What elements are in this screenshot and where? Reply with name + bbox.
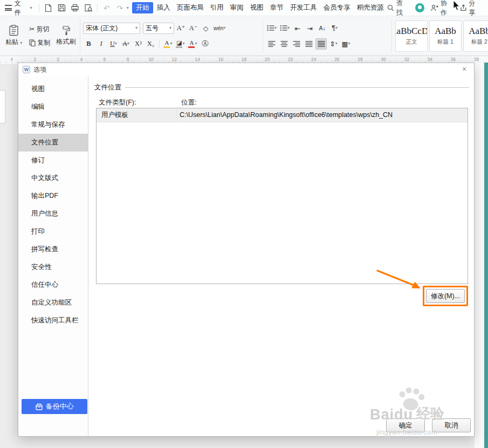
clear-format-button[interactable]: ◇ <box>200 23 211 34</box>
text-highlight-button[interactable]: A ▾ <box>162 38 174 50</box>
save-button[interactable] <box>55 2 68 15</box>
ribbon-tab[interactable]: 开始 <box>132 2 153 13</box>
format-painter-button[interactable]: 格式刷 <box>53 25 78 47</box>
align-center-button[interactable] <box>278 38 290 50</box>
new-doc-icon <box>44 4 52 12</box>
line-spacing-icon: ⇕ <box>329 40 335 48</box>
redo-button[interactable]: ↷ <box>113 2 127 15</box>
collaborate-button[interactable]: 协作 <box>431 0 453 17</box>
sidebar-item[interactable]: 常规与保存 <box>18 116 88 134</box>
sidebar-item[interactable]: 编辑 <box>18 98 88 116</box>
sidebar-item[interactable]: 输出PDF <box>18 187 88 205</box>
close-icon[interactable]: × <box>459 65 469 74</box>
shrink-font-button[interactable]: A⁻ <box>188 23 199 34</box>
bullet-list-button[interactable]: ▾ <box>266 23 278 34</box>
enclose-character-button[interactable]: Ⓐ <box>200 38 211 50</box>
ribbon-tab[interactable]: 页面布局 <box>174 2 207 13</box>
borders-button[interactable]: ▦▾ <box>340 38 352 50</box>
paragraph-mark-icon: ¶ <box>332 24 335 32</box>
font-name-select[interactable]: 宋体 (正文) ▾ <box>83 23 140 34</box>
ruler-number: 28 <box>348 57 372 62</box>
new-doc-button[interactable] <box>42 2 55 15</box>
menu-bar: 文件 ▾ ↶ ↷ ▾ 开始插入页面布局引用审阅视图章节开发工具会员专享稻壳资源 … <box>0 0 488 16</box>
underline-button[interactable]: U▾ <box>108 38 119 50</box>
account-avatar[interactable] <box>415 3 424 12</box>
font-size-select[interactable]: 五号 ▾ <box>143 23 174 34</box>
paste-button[interactable]: 粘贴 ▾ <box>3 24 25 48</box>
ribbon-tab[interactable]: 视图 <box>248 2 266 13</box>
ribbon-tab[interactable]: 插入 <box>154 2 173 13</box>
italic-button[interactable]: I <box>95 38 107 50</box>
align-justify-icon <box>305 40 313 47</box>
file-locations-table[interactable]: 用户模板 C:\Users\Lian\AppData\Roaming\Kings… <box>96 108 468 284</box>
shading-button[interactable]: ◪ ▾ <box>175 38 186 50</box>
chevron-down-icon: ▾ <box>169 26 171 30</box>
font-color-button[interactable]: A ▾ <box>187 38 198 50</box>
copy-button[interactable]: 复制 <box>27 37 52 49</box>
cancel-button[interactable]: 取消 <box>432 418 471 432</box>
sidebar-item[interactable]: 修订 <box>18 151 88 169</box>
ruler-number: 4 <box>0 57 23 62</box>
ribbon-tab[interactable]: 引用 <box>208 2 226 13</box>
ribbon-tab[interactable]: 开发工具 <box>287 2 320 13</box>
cut-button[interactable]: ✂ 剪切 <box>27 23 52 35</box>
print-button[interactable] <box>68 2 82 15</box>
increase-indent-button[interactable]: ⇥ <box>304 23 315 34</box>
shrink-font-icon: A⁻ <box>189 24 198 32</box>
sidebar-item[interactable]: 文件位置 <box>18 134 88 151</box>
superscript-button[interactable]: X² <box>133 38 144 50</box>
style-card[interactable]: AaBb 标题 1 <box>429 20 462 52</box>
numbered-list-button[interactable]: ▾ <box>279 23 291 34</box>
align-left-button[interactable] <box>266 38 277 50</box>
undo-button[interactable]: ↶ <box>100 2 113 15</box>
shading-color-bar <box>176 46 182 48</box>
print-preview-button[interactable] <box>82 2 95 15</box>
sidebar-item[interactable]: 自定义功能区 <box>18 294 88 312</box>
backup-center-label: 备份中心 <box>46 402 74 411</box>
ribbon-tab[interactable]: 稻壳资源 <box>354 2 387 13</box>
line-spacing-button[interactable]: ⇕▾ <box>328 38 339 50</box>
align-distribute-button[interactable] <box>315 38 327 50</box>
sidebar-item[interactable]: 安全性 <box>18 258 88 276</box>
subscript-button[interactable]: X₂ <box>145 38 156 50</box>
sidebar-item[interactable]: 信任中心 <box>18 276 88 294</box>
sidebar-item[interactable]: 视图 <box>18 80 88 98</box>
pinyin-guide-button[interactable]: wén▾ <box>212 23 226 34</box>
undo-history-dropdown-icon[interactable]: ▾ <box>127 6 129 10</box>
collapsed-panel-tab[interactable] <box>0 90 5 123</box>
share-button[interactable]: 分享 <box>460 0 482 17</box>
ribbon-tab[interactable]: 会员专享 <box>321 2 353 13</box>
table-row[interactable]: 用户模板 C:\Users\Lian\AppData\Roaming\Kings… <box>97 108 468 122</box>
format-painter-label: 格式刷 <box>56 37 75 46</box>
ribbon-tab[interactable]: 章节 <box>267 2 286 13</box>
style-card[interactable]: AaBbCcDd 正文 <box>395 20 428 52</box>
sidebar-item[interactable]: 快速访问工具栏 <box>18 312 88 329</box>
style-card[interactable]: AaBb 标题 2 <box>463 20 488 52</box>
collaborate-label: 协作 <box>441 0 453 17</box>
sort-button[interactable]: A↓ <box>317 23 328 34</box>
sidebar-item[interactable]: 中文版式 <box>18 169 88 187</box>
align-right-button[interactable] <box>291 38 302 50</box>
dialog-titlebar[interactable]: W 选项 × <box>18 63 474 76</box>
modify-button[interactable]: 修改(M)... <box>426 289 465 303</box>
file-menu-button[interactable]: 文件 ▾ <box>0 0 37 16</box>
sidebar-item[interactable]: 拼写检查 <box>18 240 88 258</box>
search-button[interactable]: 查找 <box>387 0 409 17</box>
ribbon-tab[interactable]: 审阅 <box>228 2 246 13</box>
backup-center-button[interactable]: 备份中心 <box>22 399 87 414</box>
ok-button[interactable]: 确定 <box>386 418 425 432</box>
chevron-down-icon: ▾ <box>195 42 197 46</box>
decrease-indent-button[interactable]: ⇤ <box>292 23 303 34</box>
grow-font-icon: A⁺ <box>177 24 185 32</box>
align-justify-button[interactable] <box>303 38 314 50</box>
sidebar-item[interactable]: 用户信息 <box>18 205 88 223</box>
pinyin-icon: wén <box>214 25 223 31</box>
strikethrough-button[interactable]: A▾ <box>120 38 132 50</box>
grow-font-button[interactable]: A⁺ <box>175 23 187 34</box>
sidebar-item[interactable]: 打印 <box>18 223 88 240</box>
bold-button[interactable]: B <box>83 38 94 50</box>
section-title: 文件位置 <box>94 83 121 92</box>
show-marks-button[interactable]: ¶▾ <box>329 23 340 34</box>
separator <box>159 39 160 48</box>
underline-icon: U <box>110 40 115 48</box>
